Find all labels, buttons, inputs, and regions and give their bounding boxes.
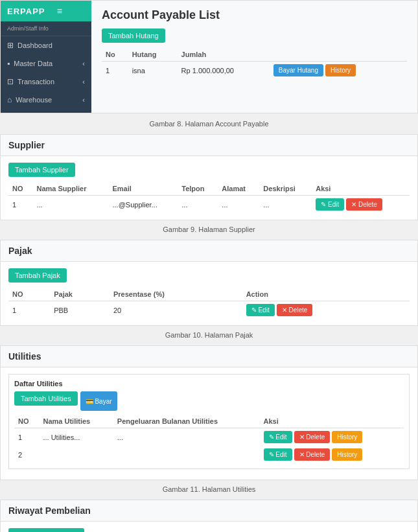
- supplier-title: Supplier: [1, 135, 417, 156]
- add-purchasing-button[interactable]: Tambah Purchasing: [8, 528, 84, 532]
- sup-col-no: NO: [8, 182, 32, 196]
- util-col-nama: Nama Utilities: [39, 415, 113, 428]
- sup-col-telpon: Telpon: [178, 182, 218, 196]
- add-utilities-button[interactable]: Tambah Utilities: [14, 391, 78, 406]
- utilities-inner-title: Daftar Utilities: [14, 380, 404, 387]
- sidebar-item-warehouse[interactable]: ⌂ Warehouse ‹: [1, 91, 91, 109]
- pajak-actions: ✎ Edit ✕ Delete: [242, 301, 410, 319]
- sup-col-aksi: Aksi: [312, 182, 410, 196]
- utilities-title: Utilities: [1, 346, 417, 367]
- sup-nama: ...: [32, 196, 108, 214]
- app-title: ERPAPP: [7, 6, 45, 16]
- sidebar: ERPAPP ≡ Admin/Staff Info ⊞ Dashboard ▪ …: [1, 1, 91, 113]
- col-hutang: Hutang: [128, 48, 178, 62]
- pajak-presentase: 20: [110, 301, 242, 319]
- cell-jumlah: Rp 1.000.000,00: [178, 62, 270, 80]
- delete-util-2-button[interactable]: ✕ Delete: [294, 448, 331, 461]
- app-header: ERPAPP ≡: [1, 1, 91, 21]
- history-ap-button[interactable]: History: [325, 64, 356, 76]
- history-util-1-button[interactable]: History: [332, 431, 362, 443]
- chevron-warehouse: ‹: [82, 96, 85, 104]
- riwayat-panel: Riwayat Pembelian Tambah Purchasing Tang…: [0, 500, 418, 532]
- cell-no: 1: [102, 62, 128, 80]
- add-pajak-button[interactable]: Tambah Pajak: [8, 268, 67, 283]
- util-col-no: NO: [14, 415, 39, 428]
- add-supplier-button[interactable]: Tambah Supplier: [8, 163, 75, 177]
- sup-telpon: ...: [178, 196, 218, 214]
- caption-utilities: Gambar 11. Halaman Utilities: [0, 485, 418, 493]
- account-payable-title: Account Payable List: [102, 8, 407, 22]
- delete-trash-icon: ✕: [282, 306, 287, 314]
- pajak-table: NO Pajak Presentase (%) Action 1 PBB 20 …: [8, 288, 410, 319]
- sidebar-user: Admin/Staff Info: [1, 21, 91, 36]
- caption-supplier: Gambar 9. Halaman Supplier: [0, 226, 418, 233]
- sup-col-alamat: Alamat: [218, 182, 259, 196]
- sidebar-item-transaction[interactable]: ⊡ Transaction ‹: [1, 73, 91, 91]
- utilities-body: Daftar Utilities Tambah Utilities 💳 Baya…: [1, 367, 417, 480]
- delete-supplier-button[interactable]: ✕ Delete: [346, 198, 382, 211]
- utilities-btn-row: Tambah Utilities 💳 Bayar: [14, 391, 404, 411]
- util-actions-2: ✎ Edit ✕ Delete History: [260, 446, 404, 463]
- util-nama-2: [39, 446, 113, 463]
- supplier-body: Tambah Supplier NO Nama Supplier Email T…: [1, 156, 417, 220]
- add-hutang-button[interactable]: Tambah Hutang: [102, 29, 165, 43]
- delete-util2-icon: ✕: [299, 451, 305, 458]
- util-col-pengeluaran: Pengeluaran Bulanan Utilities: [113, 415, 260, 428]
- utilities-panel: Utilities Daftar Utilities Tambah Utilit…: [0, 345, 418, 480]
- hamburger-icon[interactable]: ≡: [57, 6, 63, 16]
- edit-util-2-button[interactable]: ✎ Edit: [264, 448, 292, 461]
- supplier-panel: Supplier Tambah Supplier NO Nama Supplie…: [0, 134, 418, 220]
- bayar-utilities-label: Bayar: [95, 398, 111, 405]
- master-data-icon: ▪: [7, 59, 10, 68]
- edit-pajak-button[interactable]: ✎ Edit: [246, 304, 275, 316]
- edit-util-1-button[interactable]: ✎ Edit: [264, 431, 292, 443]
- pajak-col-action: Action: [242, 288, 410, 301]
- sidebar-label-dashboard: Dashboard: [17, 41, 52, 49]
- delete-pajak-label: Delete: [288, 306, 307, 314]
- sidebar-label-warehouse: Warehouse: [16, 96, 52, 104]
- pencil-icon: ✎: [321, 201, 326, 208]
- sidebar-label-master-data: Master Data: [14, 60, 52, 67]
- sup-alamat: ...: [218, 196, 259, 214]
- pajak-title: Pajak: [1, 240, 417, 262]
- util-pengeluaran-1: ...: [113, 428, 260, 446]
- supplier-table: NO Nama Supplier Email Telpon Alamat Des…: [8, 182, 410, 213]
- sup-deskripsi: ...: [259, 196, 312, 214]
- pajak-name: PBB: [50, 301, 110, 319]
- bayar-utilities-button[interactable]: 💳 Bayar: [80, 391, 117, 411]
- sup-col-deskripsi: Deskripsi: [259, 182, 312, 196]
- dashboard-icon: ⊞: [7, 41, 14, 50]
- util-actions-1: ✎ Edit ✕ Delete History: [260, 428, 404, 446]
- table-row: 1 ... Utilities... ... ✎ Edit ✕: [14, 428, 404, 446]
- cell-ap-actions: Bayar Hutang History: [270, 62, 407, 80]
- table-row: 1 isna Rp 1.000.000,00 Bayar Hutang Hist…: [102, 62, 407, 80]
- delete-util-1-button[interactable]: ✕ Delete: [294, 431, 331, 443]
- util-pengeluaran-2: [113, 446, 260, 463]
- riwayat-title: Riwayat Pembelian: [1, 500, 417, 522]
- util-col-aksi: Aksi: [260, 415, 404, 428]
- delete-pajak-button[interactable]: ✕ Delete: [277, 304, 313, 316]
- chevron-transaction: ‹: [82, 78, 85, 86]
- sidebar-item-master-data[interactable]: ▪ Master Data ‹: [1, 54, 91, 73]
- sup-actions: ✎ Edit ✕ Delete: [312, 196, 410, 214]
- sidebar-label-transaction: Transaction: [17, 78, 54, 86]
- sup-col-nama: Nama Supplier: [32, 182, 108, 196]
- util-no-1: 1: [14, 428, 39, 446]
- chevron-master-data: ‹: [82, 60, 85, 67]
- caption-pajak: Gambar 10. Halaman Pajak: [0, 331, 418, 339]
- bayar-hutang-button[interactable]: Bayar Hutang: [273, 64, 323, 76]
- edit-supplier-button[interactable]: ✎ Edit: [316, 198, 344, 211]
- cell-hutang: isna: [128, 62, 178, 80]
- pajak-panel: Pajak Tambah Pajak NO Pajak Presentase (…: [0, 240, 418, 326]
- sup-col-email: Email: [108, 182, 178, 196]
- warehouse-icon: ⌂: [7, 95, 12, 104]
- bayar-icon: 💳: [86, 398, 93, 405]
- history-util-2-button[interactable]: History: [332, 448, 362, 461]
- transaction-icon: ⊡: [7, 77, 14, 86]
- edit-util2-icon: ✎: [269, 451, 274, 458]
- sidebar-item-dashboard[interactable]: ⊞ Dashboard: [1, 36, 91, 54]
- col-action-ap: [270, 48, 407, 62]
- table-row: 2 ✎ Edit ✕ Delete: [14, 446, 404, 463]
- pajak-col-pajak: Pajak: [50, 288, 110, 301]
- edit-supplier-label: Edit: [328, 201, 339, 208]
